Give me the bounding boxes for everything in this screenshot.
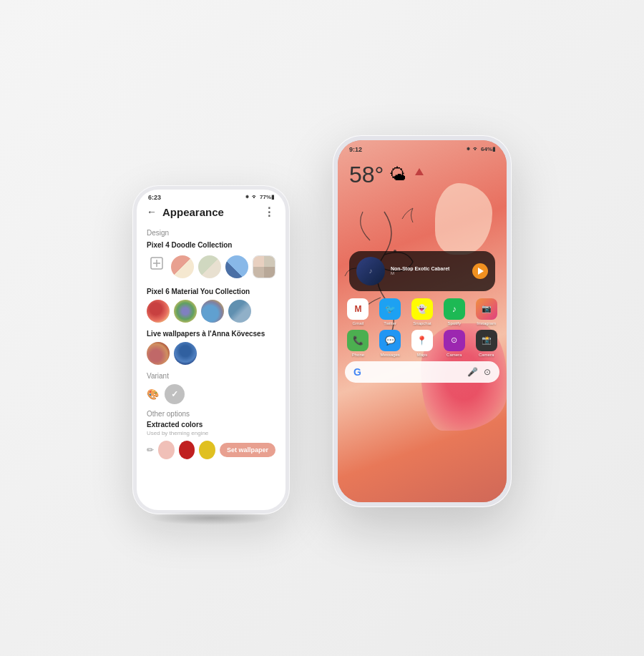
weather-triangle: [415, 168, 424, 175]
app-gmail[interactable]: M Gmail: [343, 298, 373, 325]
camera1-icon: ⊙: [444, 330, 465, 351]
time-display-1: 6:23: [148, 194, 161, 201]
status-bar-1: 6:23 ⁕ ᯤ 77%▮: [137, 190, 286, 202]
message-bubble-icon: 💬: [385, 336, 396, 346]
media-title: Non-Stop Exotic Cabaret: [391, 266, 467, 271]
set-wallpaper-button[interactable]: Set wallpaper: [220, 443, 275, 457]
weather-icon: 🌤: [389, 165, 406, 185]
swatch-red[interactable]: [179, 441, 195, 459]
variant-circle-selected[interactable]: ✓: [165, 384, 185, 404]
collection1-circles: [147, 253, 275, 280]
swatch-yellow[interactable]: [199, 441, 215, 459]
variant-row: 🎨 ✓: [147, 384, 275, 404]
camera2-label: Camera: [479, 353, 494, 357]
search-icons: 🎤 ⊙: [467, 367, 491, 377]
material-circle-1[interactable]: [147, 300, 170, 323]
live-circle-2[interactable]: [174, 342, 197, 365]
twitter-label: Twitter: [384, 321, 396, 325]
collection2-circles: [147, 300, 275, 323]
app-title: Appearance: [162, 206, 224, 218]
media-artist: M: [391, 271, 467, 275]
phone-icon: 📞: [347, 330, 369, 351]
media-widget[interactable]: ♪ Non-Stop Exotic Cabaret M: [349, 251, 495, 291]
checkmark-icon: ✓: [171, 389, 178, 399]
media-thumb-icon: ♪: [369, 267, 373, 275]
battery-icon-1: 77%▮: [260, 194, 274, 200]
app-header: ← Appearance ⋮: [147, 202, 275, 222]
design-label: Design: [147, 229, 275, 237]
spotify-icon: ♪: [444, 298, 465, 320]
app-twitter[interactable]: 🐦 Twitter: [376, 298, 405, 325]
extracted-colors-label: Extracted colors: [147, 421, 275, 429]
play-button[interactable]: [472, 263, 488, 279]
google-search-bar[interactable]: G 🎤 ⊙: [345, 361, 499, 383]
twitter-bird: 🐦: [385, 304, 396, 314]
cream-blob: [435, 183, 492, 255]
app-instagram[interactable]: 📷 Instagram: [472, 298, 501, 325]
signal-icon-2: ⁕: [466, 146, 471, 152]
snapchat-icon: 👻: [411, 298, 433, 320]
mic-icon[interactable]: 🎤: [467, 367, 478, 377]
app-camera2[interactable]: 📸 Camera: [472, 330, 501, 357]
phone-handset-icon: 📞: [353, 336, 364, 346]
status-bar-2: 9:12 ⁕ ᯤ 64%▮: [338, 140, 507, 156]
more-options-button[interactable]: ⋮: [263, 205, 275, 219]
twitter-icon: 🐦: [379, 298, 401, 320]
material-circle-4[interactable]: [228, 300, 251, 323]
collection2-title: Pixel 6 Material You Collection: [147, 288, 275, 295]
app-messages[interactable]: 💬 Messages: [376, 330, 405, 357]
collection1-title: Pixel 4 Doodle Collection: [147, 241, 275, 249]
app-maps[interactable]: 📍 Maps: [408, 330, 437, 357]
app-snapchat[interactable]: 👻 Snapchat: [408, 298, 437, 325]
play-icon: [478, 268, 484, 275]
bottom-row: ✏ Set wallpaper: [147, 441, 275, 459]
material-circle-2[interactable]: [174, 300, 197, 323]
instagram-icon: 📷: [476, 298, 497, 320]
doodle-circle-3[interactable]: [225, 255, 248, 278]
other-options-label: Other options: [147, 410, 275, 418]
material-circle-3[interactable]: [201, 300, 224, 323]
maps-pin-icon: 📍: [416, 336, 427, 346]
gmail-letter: M: [354, 304, 361, 314]
app-spotify[interactable]: ♪ Spotify: [439, 298, 469, 325]
lens-icon[interactable]: ⊙: [484, 367, 491, 377]
phone-homescreen: 9:12 ⁕ ᯤ 64%▮ 58° 🌤 ♪: [333, 135, 512, 507]
app-content: ← Appearance ⋮ Design Pixel 4 Doodle Col…: [137, 202, 286, 466]
camera2-symbol: 📸: [482, 336, 492, 345]
page-container: 6:23 ⁕ ᯤ 77%▮ ← Appearance ⋮ Design: [0, 0, 644, 656]
app-phone[interactable]: 📞 Phone: [343, 330, 373, 357]
phone-shadow: [148, 511, 274, 525]
pencil-icon: ✏: [147, 445, 154, 455]
wifi-icon-1: ᯤ: [252, 194, 258, 200]
temperature-display: 58°: [349, 162, 384, 188]
phone-homescreen-screen: 9:12 ⁕ ᯤ 64%▮ 58° 🌤 ♪: [338, 140, 507, 502]
status-icons-2: ⁕ ᯤ 64%▮: [466, 146, 495, 152]
variant-section: Variant 🎨 ✓: [147, 372, 275, 404]
wallpaper-add-icon[interactable]: [147, 253, 167, 273]
live-circle-1[interactable]: [147, 342, 170, 365]
doodle-circle-1[interactable]: [171, 255, 194, 278]
camera2-icon: 📸: [476, 330, 497, 351]
time-display-2: 9:12: [349, 146, 362, 153]
swatch-light[interactable]: [158, 441, 175, 459]
signal-icon-1: ⁕: [245, 194, 250, 200]
media-thumb-inner: ♪: [356, 257, 385, 285]
variant-label: Variant: [147, 372, 275, 380]
palette-icon: 🎨: [147, 388, 159, 400]
wifi-icon-2: ᯤ: [473, 146, 479, 152]
back-button[interactable]: ←: [147, 206, 157, 217]
maps-label: Maps: [417, 353, 428, 357]
weather-widget: 58° 🌤: [338, 156, 507, 194]
phone-label: Phone: [352, 353, 364, 357]
messages-label: Messages: [381, 353, 400, 357]
spotify-note: ♪: [452, 304, 457, 314]
maps-icon: 📍: [411, 330, 433, 351]
gmail-label: Gmail: [353, 321, 364, 325]
camera1-label: Camera: [447, 353, 462, 357]
app-row-1: M Gmail 🐦 Twitter 👻 Snapchat: [343, 298, 501, 325]
app-camera1[interactable]: ⊙ Camera: [439, 330, 469, 357]
battery-icon-2: 64%▮: [481, 146, 495, 152]
doodle-grid[interactable]: [253, 255, 275, 278]
spotify-label: Spotify: [448, 321, 461, 325]
doodle-circle-2[interactable]: [198, 255, 221, 278]
